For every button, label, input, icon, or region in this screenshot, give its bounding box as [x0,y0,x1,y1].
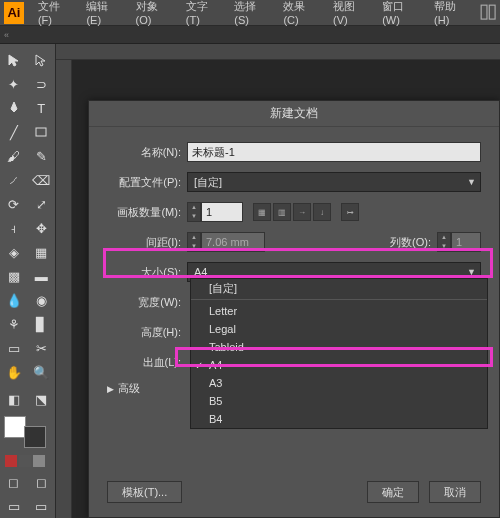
spacing-spinner[interactable]: ▲▼ [187,232,201,252]
menu-object[interactable]: 对象(O) [128,0,178,26]
symbol-sprayer-tool[interactable]: ⚘ [0,312,28,336]
artboards-label: 画板数量(M): [107,205,187,220]
triangle-right-icon: ▶ [107,384,114,394]
width-tool[interactable]: ⫞ [0,216,28,240]
menu-text[interactable]: 文字(T) [178,0,227,26]
direct-selection-tool[interactable] [28,48,56,72]
profile-label: 配置文件(P): [107,175,187,190]
spacing-input[interactable] [201,232,265,252]
size-option-tabloid[interactable]: Tabloid [191,338,487,356]
mesh-tool[interactable]: ▩ [0,264,28,288]
bleed-label: 出血(L): [107,355,187,370]
menu-help[interactable]: 帮助(H) [426,0,476,26]
color-swatches[interactable] [4,416,52,448]
toolbox: ✦⊃ T ╱ 🖌✎ ⟋⌫ ⟳⤢ ⫞✥ ◈▦ ▩▬ 💧◉ ⚘▊ ▭✂ ✋🔍 ◧⬔ … [0,44,56,518]
ruler-horizontal [56,44,500,60]
draw-mode-normal[interactable]: ◻ [0,470,28,494]
rectangle-tool[interactable] [28,120,56,144]
templates-button[interactable]: 模板(T)... [107,481,182,503]
selection-tool[interactable] [0,48,28,72]
paintbrush-tool[interactable]: 🖌 [0,144,28,168]
artboards-input[interactable] [201,202,243,222]
size-option-a3[interactable]: A3 [191,374,487,392]
height-label: 高度(H): [107,325,187,340]
size-option-custom[interactable]: [自定] [191,279,487,297]
grid-by-row-icon[interactable]: ▦ [253,203,271,221]
background-swatch[interactable] [24,426,46,448]
document-tab-strip: « [0,26,500,44]
screen-mode[interactable]: ▭ [0,494,28,518]
size-option-letter[interactable]: Letter [191,302,487,320]
column-graph-tool[interactable]: ▊ [28,312,56,336]
size-label: 大小(S): [107,265,187,280]
check-icon: ✓ [195,360,203,371]
magic-wand-tool[interactable]: ✦ [0,72,28,96]
pen-tool[interactable] [0,96,28,120]
svg-rect-2 [36,128,46,136]
columns-label: 列数(O): [381,235,437,250]
advanced-label: 高级 [118,381,140,396]
size-value: A4 [194,266,207,278]
width-label: 宽度(W): [107,295,187,310]
columns-spinner[interactable]: ▲▼ [437,232,451,252]
dialog-title: 新建文档 [89,101,499,127]
size-option-b5[interactable]: B5 [191,392,487,410]
svg-rect-1 [489,6,495,20]
eraser-tool[interactable]: ⌫ [28,168,56,192]
rotate-tool[interactable]: ⟳ [0,192,28,216]
profile-value: [自定] [194,175,222,190]
app-logo: Ai [4,2,24,24]
screen-mode-2[interactable]: ▭ [28,494,56,518]
lasso-tool[interactable]: ⊃ [28,72,56,96]
mini-swatch-2[interactable] [19,455,31,467]
arrange-row-icon[interactable]: → [293,203,311,221]
mini-swatch-1[interactable] [5,455,17,467]
type-tool[interactable]: T [28,96,56,120]
scale-tool[interactable]: ⤢ [28,192,56,216]
eyedropper-tool[interactable]: 💧 [0,288,28,312]
ruler-vertical [56,60,72,518]
gradient-tool[interactable]: ▬ [28,264,56,288]
spacing-label: 间距(I): [107,235,187,250]
hand-tool[interactable]: ✋ [0,360,28,384]
arrange-col-icon[interactable]: ↓ [313,203,331,221]
size-option-b4[interactable]: B4 [191,410,487,428]
fill-stroke-toggle[interactable]: ◧ [0,388,28,412]
artboards-spinner[interactable]: ▲▼ [187,202,201,222]
menu-edit[interactable]: 编辑(E) [78,0,127,26]
line-tool[interactable]: ╱ [0,120,28,144]
columns-input[interactable] [451,232,481,252]
blob-brush-tool[interactable]: ⟋ [0,168,28,192]
menu-file[interactable]: 文件(F) [30,0,79,26]
foreground-swatch[interactable] [4,416,26,438]
size-option-a4[interactable]: ✓A4 [191,356,487,374]
cancel-button[interactable]: 取消 [429,481,481,503]
menu-view[interactable]: 视图(V) [325,0,374,26]
slice-tool[interactable]: ✂ [28,336,56,360]
grid-by-col-icon[interactable]: ▥ [273,203,291,221]
menu-effect[interactable]: 效果(C) [275,0,325,26]
menu-window[interactable]: 窗口(W) [374,0,426,26]
ltr-icon[interactable]: ↦ [341,203,359,221]
free-transform-tool[interactable]: ✥ [28,216,56,240]
default-colors[interactable]: ⬔ [28,388,56,412]
pencil-tool[interactable]: ✎ [28,144,56,168]
profile-select[interactable]: [自定] ▼ [187,172,481,192]
perspective-tool[interactable]: ▦ [28,240,56,264]
blend-tool[interactable]: ◉ [28,288,56,312]
arrange-docs-icon[interactable] [480,4,496,22]
chevron-down-icon: ▼ [467,267,476,277]
mini-swatch-3[interactable] [33,455,45,467]
shape-builder-tool[interactable]: ◈ [0,240,28,264]
tab-chevrons-icon[interactable]: « [0,26,500,44]
name-label: 名称(N): [107,145,187,160]
draw-mode-behind[interactable]: ◻ [28,470,56,494]
ok-button[interactable]: 确定 [367,481,419,503]
size-dropdown: [自定] Letter Legal Tabloid ✓A4 A3 B5 B4 [190,278,488,429]
menu-select[interactable]: 选择(S) [226,0,275,26]
zoom-tool[interactable]: 🔍 [28,360,56,384]
size-option-legal[interactable]: Legal [191,320,487,338]
name-input[interactable] [187,142,481,162]
artboard-tool[interactable]: ▭ [0,336,28,360]
svg-rect-0 [481,6,487,20]
